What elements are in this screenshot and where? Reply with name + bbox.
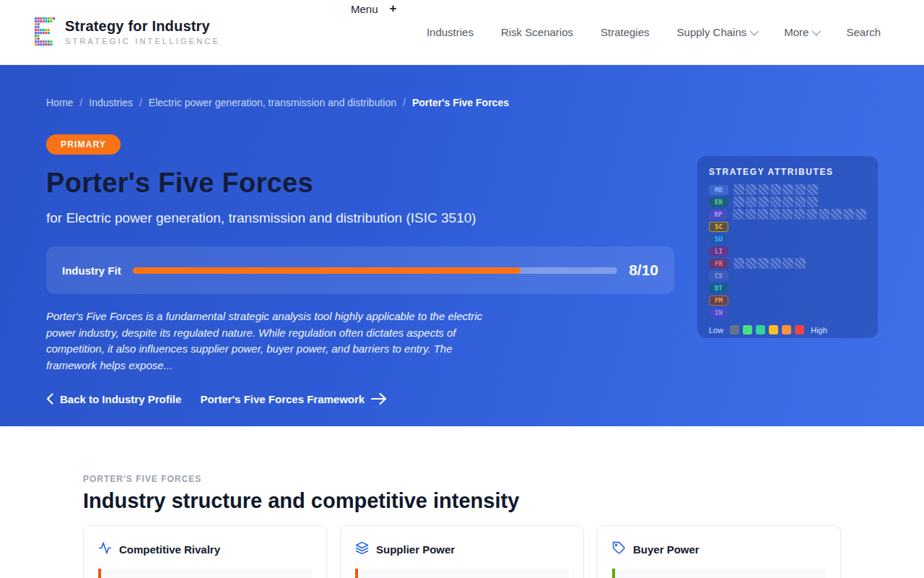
force-card-competitive-rivalry: Competitive Rivalry 4 HIGH [83,525,327,578]
nav-item-label: More [784,26,808,38]
tag-icon [612,541,626,558]
attribute-block [783,197,793,207]
nav-item-industries[interactable]: Industries [427,26,474,38]
forces-section: PORTER'S FIVE FORCES Industry structure … [0,426,924,578]
force-card-title: Supplier Power [376,543,455,556]
strategy-attributes-title: STRATEGY ATTRIBUTES [709,167,866,177]
attribute-tag: FR [709,259,728,269]
breadcrumb-item: Porter's Five Forces [412,97,509,108]
brand-title: Strategy for Industry [65,18,220,35]
menu-toggle[interactable]: Menu + [351,1,396,16]
attribute-block [770,197,781,207]
brand-logo-icon [35,17,56,46]
industry-fit-label: Industry Fit [62,264,121,277]
attribute-block [770,184,781,195]
chevron-down-icon [812,27,821,36]
attribute-row-pm: PM [709,294,866,306]
industry-fit-card: Industry Fit 8/10 [46,246,674,294]
attribute-block [807,184,818,195]
chevron-down-icon [750,27,759,36]
force-rating: 4 HIGH [98,569,312,578]
plus-icon: + [390,1,397,16]
attribute-row-in: IN [709,306,866,319]
breadcrumb-item[interactable]: Industries [89,97,133,108]
nav-item-supply-chains[interactable]: Supply Chains [677,26,757,38]
nav-item-label: Strategies [601,26,650,38]
legend-low-label: Low [709,326,723,335]
nav-item-search[interactable]: Search [846,26,881,38]
attribute-blocks [733,209,866,220]
attribute-tag: ER [709,197,728,207]
attribute-row-cs: CS [709,269,866,282]
nav-item-label: Risk Scenarios [501,26,573,38]
framework-next-link[interactable]: Porter's Five Forces Framework [200,392,387,405]
attribute-block [746,258,757,269]
attribute-tag: RP [709,210,728,220]
attribute-block [783,258,793,269]
attribute-tag: CS [709,271,728,281]
attribute-row-md: MD [709,184,866,196]
attribute-block [795,197,806,207]
attribute-block [745,209,756,220]
legend-color-swatch [782,325,791,335]
arrow-right-icon [371,392,387,405]
force-score: 3 [625,574,640,578]
attribute-block [758,184,769,195]
attribute-block [795,184,806,195]
nav-item-risk-scenarios[interactable]: Risk Scenarios [501,26,573,38]
back-link-label: Back to Industry Profile [60,393,181,405]
brand-subtitle: STRATEGIC INTELLIGENCE [65,37,220,46]
attribute-tag: LI [709,246,728,256]
primary-badge: PRIMARY [46,134,121,155]
attribute-block [758,197,769,207]
attribute-tag: SU [709,234,728,244]
strategy-attributes-rows: MDERRPSCSULIFRCSDTPMIN [709,184,866,319]
breadcrumb-item[interactable]: Electric power generation, transmission … [149,97,396,108]
activity-icon [98,541,112,558]
forces-eyebrow: PORTER'S FIVE FORCES [83,474,841,484]
nav-item-strategies[interactable]: Strategies [601,26,650,38]
attribute-row-li: LI [709,245,866,257]
nav-item-label: Search [846,26,881,38]
back-to-industry-link[interactable]: Back to Industry Profile [46,393,181,405]
next-link-label: Porter's Five Forces Framework [200,393,365,405]
attribute-block [770,258,781,269]
breadcrumb-item[interactable]: Home [46,97,73,108]
force-card-title: Buyer Power [633,543,699,556]
header: Strategy for Industry STRATEGIC INTELLIG… [0,0,924,65]
nav-item-label: Industries [427,26,474,38]
attribute-blocks [733,184,818,195]
attribute-row-dt: DT [709,282,866,294]
attribute-block [733,258,744,269]
attribute-blocks [733,258,806,269]
hero-section: Home/Industries/Electric power generatio… [0,65,924,426]
attribute-block [746,197,757,207]
force-score: 4 [368,574,383,578]
chevron-left-icon [46,393,53,405]
attribute-block [806,209,817,220]
nav-item-label: Supply Chains [677,26,747,38]
attribute-block [733,184,744,195]
attribute-block [843,209,854,220]
attribute-block [807,197,818,207]
force-card-buyer-power: Buyer Power 3 LOW [597,525,841,578]
strategy-attributes-legend: LowHigh [709,325,866,335]
legend-color-swatch [769,325,778,335]
legend-high-label: High [811,326,827,335]
main-nav: IndustriesRisk ScenariosStrategiesSupply… [427,26,881,38]
nav-item-more[interactable]: More [784,26,819,38]
force-score: 4 [111,574,126,578]
attribute-tag: PM [709,296,728,306]
attribute-block [794,209,805,220]
breadcrumb-separator: / [139,97,142,108]
attribute-tag: DT [709,283,728,293]
attribute-block [758,258,769,269]
strategy-attributes-panel: STRATEGY ATTRIBUTES MDERRPSCSULIFRCSDTPM… [697,156,878,338]
force-rating: 3 LOW [612,569,826,578]
attribute-row-fr: FR [709,257,866,269]
brand[interactable]: Strategy for Industry STRATEGIC INTELLIG… [35,17,220,46]
legend-color-swatch [730,325,739,335]
attribute-block [746,184,757,195]
layers-icon [355,541,369,558]
force-rating: 4 HIGH [355,569,569,578]
